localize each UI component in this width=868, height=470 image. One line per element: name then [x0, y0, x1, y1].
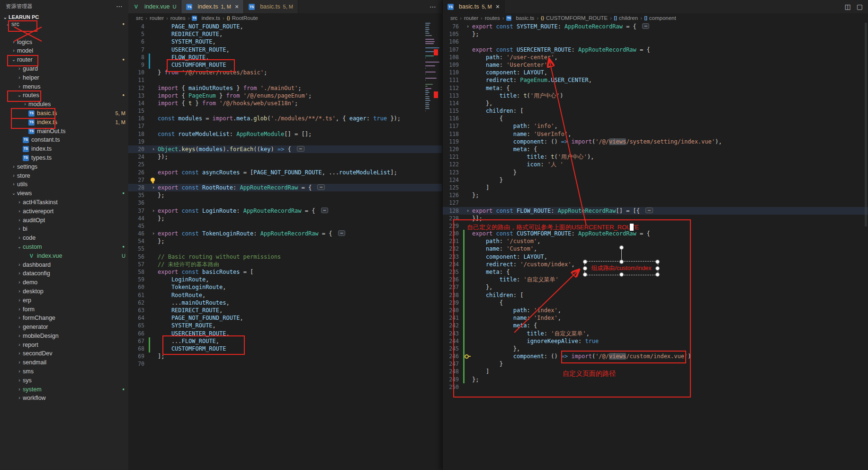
code-line-7[interactable]: 7 USERCENTER_ROUTE,	[128, 46, 442, 54]
folder-chevron-icon[interactable]: ›	[16, 341, 23, 350]
tree-item-index.ts[interactable]: TSindex.ts	[0, 145, 128, 154]
tree-item-form[interactable]: ›form	[0, 305, 128, 314]
tree-item-dataconfig[interactable]: ›dataconfig	[0, 269, 128, 278]
code-line-250[interactable]: 250	[443, 383, 868, 391]
folder-chevron-icon[interactable]: ›	[16, 269, 23, 278]
code-line-246[interactable]: 246 component: () => import('/@/views/cu…	[443, 352, 868, 360]
folded-code-ellipsis[interactable]: ⋯	[321, 208, 328, 213]
code-line-112[interactable]: 112 meta: {	[443, 84, 868, 92]
code-line-36[interactable]: 36	[128, 199, 442, 207]
folder-chevron-icon[interactable]: ›	[10, 163, 17, 172]
folder-chevron-icon[interactable]: ⌄	[10, 189, 17, 198]
folder-chevron-icon[interactable]: ⌄	[16, 243, 23, 252]
tree-item-workflow[interactable]: ›workflow	[0, 394, 128, 403]
fold-chevron-icon[interactable]: ›	[150, 230, 157, 237]
code-line-242[interactable]: 242 meta: {	[443, 322, 868, 329]
breadcrumb-item-router[interactable]: router	[464, 15, 478, 21]
code-line-56[interactable]: 56// Basic routing without permissions	[128, 253, 442, 261]
tree-item-model[interactable]: ›model	[0, 46, 128, 55]
tree-item-code[interactable]: ›code	[0, 234, 128, 243]
breadcrumb-item-children[interactable]: []children	[614, 15, 638, 21]
code-line-45[interactable]: 45	[128, 222, 442, 230]
breadcrumb-item-component[interactable]: []component	[644, 15, 676, 21]
tree-item-sendmail[interactable]: ›sendmail	[0, 358, 128, 367]
tree-item-views[interactable]: ⌄views●	[0, 189, 128, 198]
selection-handle[interactable]	[655, 260, 660, 264]
code-line-65[interactable]: 65 SYSTEM_ROUTE,	[128, 322, 442, 329]
fold-chevron-icon[interactable]: ›	[150, 145, 157, 153]
code-line-46[interactable]: 46›export const TokenLoginRoute: AppRout…	[128, 230, 442, 237]
fold-chevron-icon[interactable]: ›	[465, 23, 471, 30]
folder-chevron-icon[interactable]: ›	[16, 225, 23, 234]
breadcrumb-item-src[interactable]: src	[136, 15, 143, 21]
more-actions-icon[interactable]: ⋯	[116, 2, 123, 10]
folder-chevron-icon[interactable]: ›	[16, 207, 23, 216]
editor-layout-icon[interactable]: ▢	[857, 3, 863, 10]
tree-item-auditOpt[interactable]: ›auditOpt	[0, 216, 128, 225]
code-line-55[interactable]: 55	[128, 245, 442, 253]
code-line-106[interactable]: 106	[443, 38, 868, 45]
code-line-240[interactable]: 240 path: 'index',	[443, 307, 868, 314]
lightbulb-icon[interactable]	[151, 178, 155, 182]
folder-chevron-icon[interactable]: ›	[16, 394, 23, 403]
code-line-16[interactable]: 16const modules = import.meta.glob('./mo…	[128, 115, 442, 122]
tree-item-dashboard[interactable]: ›dashboard	[0, 261, 128, 270]
folder-chevron-icon[interactable]: ›	[16, 349, 23, 358]
code-line-244[interactable]: 244 ignoreKeepAlive: true	[443, 337, 868, 345]
code-line-236[interactable]: 236 title: '自定义菜单'	[443, 276, 868, 283]
code-line-64[interactable]: 64 PAGE_NOT_FOUND_ROUTE,	[128, 314, 442, 322]
tree-item-crossed-out[interactable]	[0, 29, 128, 38]
breadcrumb-item-basic.ts[interactable]: TSbasic.ts	[506, 15, 534, 21]
code-line-61[interactable]: 61 RootRoute,	[128, 291, 442, 299]
tree-item-sms[interactable]: ›sms	[0, 367, 128, 376]
tree-item-index.ts[interactable]: TSindex.ts1, M	[0, 118, 128, 127]
code-line-5[interactable]: 5 REDIRECT_ROUTE,	[128, 30, 442, 38]
code-line-26[interactable]: 26export const asyncRoutes = [PAGE_NOT_F…	[128, 169, 442, 176]
code-line-67[interactable]: 67 ...FLOW_ROUTE,	[128, 337, 442, 345]
code-line-66[interactable]: 66 USERCENTER_ROUTE,	[128, 330, 442, 337]
code-line-124[interactable]: 124 }	[443, 176, 868, 184]
folder-chevron-icon[interactable]: ›	[10, 46, 17, 55]
tree-item-store[interactable]: ›store	[0, 172, 128, 181]
code-line-127[interactable]: 127	[443, 199, 868, 207]
folded-code-ellipsis[interactable]: ⋯	[642, 23, 649, 29]
code-line-60[interactable]: 60 TokenLoginRoute,	[128, 283, 442, 291]
code-line-35[interactable]: 35};	[128, 191, 442, 199]
selection-handle[interactable]	[655, 272, 660, 277]
code-line-54[interactable]: 54};	[128, 237, 442, 245]
fold-chevron-icon[interactable]: ›	[150, 207, 157, 215]
tab-basic.ts[interactable]: TSbasic.ts5, M×	[443, 0, 505, 13]
code-line-28[interactable]: 28›export const RootRoute: AppRouteRecor…	[128, 184, 442, 191]
code-line-68[interactable]: 68 CUSTOMFORM_ROUTE	[128, 345, 442, 352]
code-line-126[interactable]: 126};	[443, 191, 868, 199]
code-line-115[interactable]: 115 children: [	[443, 107, 868, 115]
annotation-textbox[interactable]: 组成路由/custom/index	[584, 261, 658, 275]
code-line-238[interactable]: 238 children: [	[443, 291, 868, 299]
folder-chevron-icon[interactable]: ›	[16, 287, 23, 296]
code-editor-basic-ts[interactable]: 76›export const SYSTEM_ROUTE: AppRouteRe…	[443, 23, 868, 470]
tree-item-bi[interactable]: ›bi	[0, 225, 128, 234]
selection-handle[interactable]	[655, 266, 660, 271]
code-line-118[interactable]: 118 name: 'UserInfo',	[443, 130, 868, 138]
code-line-11[interactable]: 11	[128, 76, 442, 84]
folder-chevron-icon[interactable]: ›	[16, 314, 23, 323]
tree-item-utils[interactable]: ›utils	[0, 180, 128, 189]
folder-chevron-icon[interactable]: ›	[16, 198, 23, 207]
code-line-70[interactable]: 70	[128, 360, 442, 368]
selection-handle[interactable]	[619, 272, 624, 277]
folder-chevron-icon[interactable]: ›	[16, 305, 23, 314]
code-line-44[interactable]: 44};	[128, 215, 442, 222]
fold-chevron-icon[interactable]: ›	[150, 184, 157, 191]
code-line-243[interactable]: 243 title: '自定义菜单',	[443, 330, 868, 337]
code-line-109[interactable]: 109 name: 'UserCenter',	[443, 61, 868, 69]
tree-item-constant.ts[interactable]: TSconstant.ts	[0, 136, 128, 145]
code-line-76[interactable]: 76›export const SYSTEM_ROUTE: AppRouteRe…	[443, 23, 868, 30]
code-line-108[interactable]: 108 path: '/user-center',	[443, 54, 868, 61]
code-line-58[interactable]: 58export const basicRoutes = [	[128, 268, 442, 276]
tree-item-src[interactable]: ⌄src●	[0, 20, 128, 29]
selection-handle[interactable]	[583, 260, 587, 264]
code-line-8[interactable]: 8 FLOW_ROUTE,	[128, 54, 442, 61]
code-editor-index-ts[interactable]: 4 PAGE_NOT_FOUND_ROUTE,5 REDIRECT_ROUTE,…	[128, 23, 442, 470]
folder-chevron-icon[interactable]: ›	[10, 38, 17, 47]
breadcrumb-item-routes[interactable]: routes	[485, 15, 500, 21]
